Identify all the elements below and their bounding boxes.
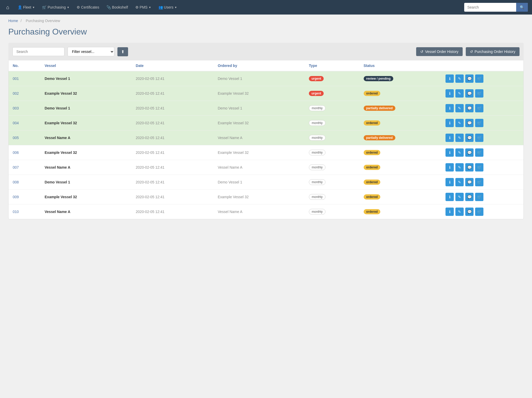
- info-button[interactable]: ℹ: [445, 208, 454, 216]
- cart-button[interactable]: 🛒: [475, 104, 483, 112]
- message-button[interactable]: 💬: [465, 104, 474, 112]
- table-body: 001 Demo Vessel 1 2020-02-05 12:41 Demo …: [9, 71, 523, 219]
- edit-button[interactable]: ✎: [455, 208, 464, 216]
- cart-button[interactable]: 🛒: [475, 208, 483, 216]
- message-button[interactable]: 💬: [465, 148, 474, 157]
- nav-pms[interactable]: ⚙ PMS ▼: [132, 3, 154, 11]
- edit-button[interactable]: ✎: [455, 163, 464, 171]
- nav-search-input[interactable]: [464, 3, 516, 11]
- breadcrumb-home[interactable]: Home: [8, 19, 18, 23]
- info-button[interactable]: ℹ: [445, 163, 454, 171]
- info-button[interactable]: ℹ: [445, 178, 454, 186]
- cart-icon: 🛒: [477, 77, 482, 81]
- upload-button[interactable]: ⬆: [117, 47, 128, 56]
- action-buttons: ℹ ✎ 💬 🛒: [445, 119, 519, 127]
- cart-button[interactable]: 🛒: [475, 119, 483, 127]
- cell-date: 2020-02-05 12:41: [132, 131, 214, 145]
- nav-bookshelf[interactable]: 📎 Bookshelf: [103, 3, 131, 11]
- cell-actions: ℹ ✎ 💬 🛒: [441, 190, 523, 204]
- info-button[interactable]: ℹ: [445, 89, 454, 98]
- info-button[interactable]: ℹ: [445, 74, 454, 83]
- message-button[interactable]: 💬: [465, 74, 474, 83]
- info-button[interactable]: ℹ: [445, 148, 454, 157]
- table-row: 003 Demo Vessel 1 2020-02-05 12:41 Demo …: [9, 101, 523, 116]
- edit-button[interactable]: ✎: [455, 89, 464, 98]
- cell-status: ordered: [360, 160, 442, 175]
- message-button[interactable]: 💬: [465, 178, 474, 186]
- home-button[interactable]: ⌂: [4, 2, 11, 12]
- message-button[interactable]: 💬: [465, 119, 474, 127]
- nav-search-wrapper: 🔍: [464, 3, 528, 12]
- edit-icon: ✎: [458, 77, 461, 81]
- cell-vessel: Example Vessel 32: [41, 145, 132, 160]
- cart-button[interactable]: 🛒: [475, 178, 483, 186]
- action-buttons: ℹ ✎ 💬 🛒: [445, 178, 519, 186]
- message-button[interactable]: 💬: [465, 89, 474, 98]
- cart-icon: 🛒: [477, 210, 482, 214]
- cell-type: monthly: [305, 131, 359, 145]
- type-badge: monthly: [309, 135, 325, 141]
- nav-purchasing[interactable]: 🛒 Purchasing ▼: [39, 3, 72, 11]
- cell-status: ordered: [360, 86, 442, 101]
- edit-button[interactable]: ✎: [455, 74, 464, 83]
- edit-icon: ✎: [458, 150, 461, 155]
- main-content: Purchasing Overview Filter vessel... ⬆ ↺…: [0, 27, 532, 228]
- cart-button[interactable]: 🛒: [475, 74, 483, 83]
- info-icon: ℹ: [449, 106, 450, 110]
- info-icon: ℹ: [449, 210, 450, 214]
- info-button[interactable]: ℹ: [445, 119, 454, 127]
- col-header-actions: [441, 60, 523, 71]
- cell-status: review / pending: [360, 71, 442, 86]
- nav-search-button[interactable]: 🔍: [516, 3, 528, 12]
- message-icon: 💬: [467, 165, 472, 169]
- message-button[interactable]: 💬: [465, 134, 474, 142]
- nav-users[interactable]: 👥 Users ▼: [155, 3, 180, 11]
- edit-button[interactable]: ✎: [455, 134, 464, 142]
- action-buttons: ℹ ✎ 💬 🛒: [445, 104, 519, 112]
- breadcrumb: Home / Purchasing Overview: [0, 15, 532, 27]
- edit-button[interactable]: ✎: [455, 148, 464, 157]
- cell-ordered-by: Vessel Name A: [214, 131, 305, 145]
- info-icon: ℹ: [449, 195, 450, 199]
- action-buttons: ℹ ✎ 💬 🛒: [445, 89, 519, 98]
- nav-fleet[interactable]: 👤 Fleet ▼: [15, 3, 38, 11]
- cart-button[interactable]: 🛒: [475, 89, 483, 98]
- table-search-input[interactable]: [12, 47, 64, 56]
- edit-button[interactable]: ✎: [455, 104, 464, 112]
- info-icon: ℹ: [449, 165, 450, 169]
- cell-no: 009: [9, 190, 41, 204]
- pms-icon: ⚙: [135, 5, 139, 9]
- vessel-filter-select[interactable]: Filter vessel...: [68, 47, 114, 56]
- nav-certificates[interactable]: ⚙ Certificates: [74, 3, 102, 11]
- users-caret: ▼: [174, 6, 177, 9]
- message-button[interactable]: 💬: [465, 208, 474, 216]
- cart-button[interactable]: 🛒: [475, 148, 483, 157]
- search-icon: 🔍: [520, 5, 524, 9]
- nav-purchasing-label: Purchasing: [48, 5, 66, 9]
- vessel-order-history-button[interactable]: ↺ Vessel Order History: [416, 47, 462, 56]
- info-icon: ℹ: [449, 91, 450, 95]
- cell-no: 006: [9, 145, 41, 160]
- table-row: 005 Vessel Name A 2020-02-05 12:41 Vesse…: [9, 131, 523, 145]
- edit-button[interactable]: ✎: [455, 178, 464, 186]
- info-button[interactable]: ℹ: [445, 104, 454, 112]
- cell-date: 2020-02-05 12:41: [132, 175, 214, 190]
- info-button[interactable]: ℹ: [445, 134, 454, 142]
- edit-icon: ✎: [458, 121, 461, 125]
- cell-type: monthly: [305, 190, 359, 204]
- message-button[interactable]: 💬: [465, 163, 474, 171]
- cell-ordered-by: Vessel Name A: [214, 160, 305, 175]
- message-button[interactable]: 💬: [465, 193, 474, 201]
- cart-button[interactable]: 🛒: [475, 134, 483, 142]
- edit-button[interactable]: ✎: [455, 119, 464, 127]
- info-button[interactable]: ℹ: [445, 193, 454, 201]
- fleet-caret: ▼: [32, 6, 35, 9]
- purchasing-order-history-button[interactable]: ↺ Purchasing Order History: [466, 47, 520, 56]
- table-row: 008 Demo Vessel 1 2020-02-05 12:41 Demo …: [9, 175, 523, 190]
- cell-date: 2020-02-05 12:41: [132, 204, 214, 219]
- fleet-icon: 👤: [18, 5, 22, 9]
- breadcrumb-separator: /: [21, 19, 22, 23]
- cart-button[interactable]: 🛒: [475, 163, 483, 171]
- cart-button[interactable]: 🛒: [475, 193, 483, 201]
- edit-button[interactable]: ✎: [455, 193, 464, 201]
